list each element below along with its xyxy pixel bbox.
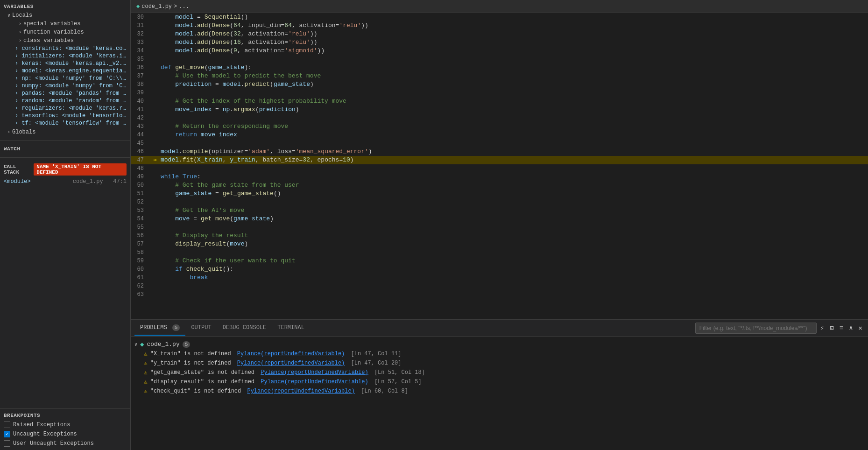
problem-item-4[interactable]: ⚠ "check_quit" is not defined Pylance(re… xyxy=(131,387,868,396)
problem-location-0: [Ln 47, Col 11] xyxy=(347,351,401,357)
tab-debug-console-label: DEBUG CONSOLE xyxy=(223,324,267,331)
arrow-55 xyxy=(151,223,159,232)
arrow-34 xyxy=(151,47,159,55)
breakpoint-user-uncaught-checkbox[interactable] xyxy=(4,440,10,447)
code-line-47: 47 ⇒ model.fit(X_train, y_train, batch_s… xyxy=(131,156,868,164)
tab-debug-console[interactable]: DEBUG CONSOLE xyxy=(217,321,272,336)
ln-61: 61 xyxy=(131,274,151,282)
locals-group[interactable]: ∨ Locals xyxy=(0,11,130,20)
problem-msg-0: "X_train" is not defined xyxy=(150,351,234,357)
lc-39 xyxy=(159,89,868,97)
breakpoint-uncaught-checkbox[interactable] xyxy=(4,431,10,437)
problem-item-0[interactable]: ⚠ "X_train" is not defined Pylance(repor… xyxy=(131,349,868,359)
breadcrumb-separator: > xyxy=(174,3,177,10)
more-icon[interactable]: ≡ xyxy=(838,323,845,333)
breakpoint-uncaught[interactable]: Uncaught Exceptions xyxy=(0,429,131,439)
ln-35: 35 xyxy=(131,55,151,63)
arrow-36 xyxy=(151,63,159,72)
expand-icon[interactable]: ∧ xyxy=(847,323,854,333)
call-stack-label: CALL STACK xyxy=(4,164,34,175)
ln-30: 30 xyxy=(131,13,151,21)
var-initializers: › initializers: <module 'keras.initializ… xyxy=(11,52,130,60)
arrow-54 xyxy=(151,215,159,223)
close-panel-icon[interactable]: ✕ xyxy=(857,323,864,333)
lc-46: model.compile(optimizer='adam', loss='me… xyxy=(159,148,868,156)
problem-rule-0[interactable]: Pylance(reportUndefinedVariable) xyxy=(237,351,345,357)
arrow-30 xyxy=(151,13,159,21)
problem-rule-3[interactable]: Pylance(reportUndefinedVariable) xyxy=(261,379,368,385)
arrow-51 xyxy=(151,190,159,198)
ln-50: 50 xyxy=(131,181,151,190)
lc-32: model.add(Dense(32, activation='relu')) xyxy=(159,30,868,38)
code-line-48: 48 xyxy=(131,164,868,173)
special-vars-item[interactable]: › special variables xyxy=(11,20,130,28)
code-line-42: 42 xyxy=(131,114,868,122)
file-icon: ◆ xyxy=(136,3,140,10)
problem-rule-1[interactable]: Pylance(reportUndefinedVariable) xyxy=(237,360,345,366)
globals-label: Globals xyxy=(12,129,35,135)
var-constraints: › constraints: <module 'keras.constraint… xyxy=(11,45,130,52)
class-vars-item[interactable]: › class variables xyxy=(11,36,130,45)
breakpoint-user-uncaught[interactable]: User Uncaught Exceptions xyxy=(0,439,131,448)
locals-arrow: ∨ xyxy=(7,13,10,18)
class-vars-arrow: › xyxy=(19,38,21,43)
arrow-38 xyxy=(151,80,159,89)
class-vars-label: class variables xyxy=(23,37,74,44)
arrow-31 xyxy=(151,21,159,30)
tab-terminal[interactable]: TERMINAL xyxy=(272,321,310,336)
var-regularizers: › regularizers: <module 'keras.regulariz… xyxy=(11,105,130,112)
globals-arrow: › xyxy=(7,130,10,135)
code-line-51: 51 game_state = get_game_state() xyxy=(131,190,868,198)
globals-group[interactable]: › Globals xyxy=(0,128,130,136)
filter-icon[interactable]: ⚡ xyxy=(819,323,826,333)
arrow-35 xyxy=(151,55,159,63)
breakpoint-raised-checkbox[interactable] xyxy=(4,422,10,428)
tab-output[interactable]: OUTPUT xyxy=(185,321,217,336)
problems-file-header[interactable]: ∨ ◆ code_1.py 5 xyxy=(131,339,868,349)
call-stack-error-badge: name 'X_train' is not defined xyxy=(34,163,127,176)
lc-57: display_result(move) xyxy=(159,240,868,248)
special-vars-arrow: › xyxy=(19,21,21,27)
problem-item-1[interactable]: ⚠ "y_train" is not defined Pylance(repor… xyxy=(131,359,868,368)
ln-43: 43 xyxy=(131,122,151,131)
problem-location-3: [Ln 57, Col 5] xyxy=(371,379,422,385)
watch-header: WATCH xyxy=(0,144,130,154)
code-line-52: 52 xyxy=(131,198,868,206)
collapse-icon[interactable]: ⊡ xyxy=(828,323,835,333)
editor-area: ◆ code_1.py > ... 30 model = Sequential(… xyxy=(131,0,868,450)
problem-rule-4[interactable]: Pylance(reportUndefinedVariable) xyxy=(247,388,354,394)
problem-rule-2[interactable]: Pylance(reportUndefinedVariable) xyxy=(261,369,368,376)
call-stack-frame-location: code_1.py 47:1 xyxy=(73,178,127,185)
lc-54: move = get_move(game_state) xyxy=(159,215,868,223)
lc-58 xyxy=(159,248,868,257)
arrow-33 xyxy=(151,38,159,47)
var-random: › random: <module 'random' from 'C:\\Use… xyxy=(11,97,130,105)
code-line-59: 59 # Check if the user wants to quit xyxy=(131,257,868,265)
tab-problems[interactable]: PROBLEMS 5 xyxy=(134,321,185,336)
variables-header: VARIABLES xyxy=(0,2,130,11)
var-model: › model: <keras.engine.sequential.Sequen… xyxy=(11,67,130,75)
function-vars-item[interactable]: › function variables xyxy=(11,28,130,36)
code-line-32: 32 model.add(Dense(32, activation='relu'… xyxy=(131,30,868,38)
breakpoint-uncaught-label: Uncaught Exceptions xyxy=(13,431,77,437)
ln-38: 38 xyxy=(131,80,151,89)
arrow-61 xyxy=(151,274,159,282)
code-line-36: 36 def get_move(game_state): xyxy=(131,63,868,72)
call-stack-frame-item[interactable]: <module> code_1.py 47:1 xyxy=(0,177,130,186)
problem-msg-2: "get_game_state" is not defined xyxy=(150,369,258,376)
ln-36: 36 xyxy=(131,63,151,72)
lc-63 xyxy=(159,290,868,299)
problem-item-3[interactable]: ⚠ "display_result" is not defined Pylanc… xyxy=(131,377,868,387)
ln-51: 51 xyxy=(131,190,151,198)
breakpoint-raised[interactable]: Raised Exceptions xyxy=(0,420,131,429)
bottom-panel: PROBLEMS 5 OUTPUT DEBUG CONSOLE TERMINAL… xyxy=(131,319,868,450)
ln-55: 55 xyxy=(131,223,151,232)
ln-34: 34 xyxy=(131,47,151,55)
code-container[interactable]: 30 model = Sequential() 31 model.add(Den… xyxy=(131,13,868,319)
code-line-46: 46 model.compile(optimizer='adam', loss=… xyxy=(131,148,868,156)
ln-47: 47 xyxy=(131,156,151,164)
filter-input[interactable] xyxy=(695,323,817,334)
problem-location-4: [Ln 60, Col 8] xyxy=(358,388,408,394)
problem-item-2[interactable]: ⚠ "get_game_state" is not defined Pylanc… xyxy=(131,368,868,377)
code-line-55: 55 xyxy=(131,223,868,232)
